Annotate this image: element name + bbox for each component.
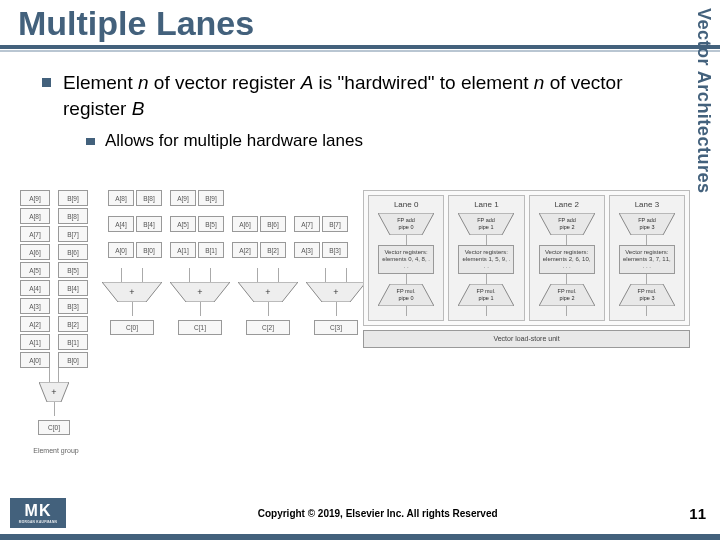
reg-cell: B[5] (198, 216, 224, 232)
fp-add-pipe: FP addpipe 0 (378, 213, 434, 235)
footer: MK MORGAN KAUFMANN Copyright © 2019, Els… (0, 498, 720, 528)
reg-cell: B[5] (58, 262, 88, 278)
reg-cell: B[8] (136, 190, 162, 206)
adder: + (102, 282, 162, 302)
reg-cell: A[9] (170, 190, 196, 206)
svg-text:FP mul.: FP mul. (637, 288, 656, 294)
adder-single: + (39, 382, 69, 402)
reg-cell: B[9] (198, 190, 224, 206)
adder-group: +C[0] (102, 268, 162, 335)
reg-cell: A[5] (20, 262, 50, 278)
fp-add-pipe: FP addpipe 2 (539, 213, 595, 235)
logo-text: MK (25, 502, 52, 520)
fp-add-pipe: FP addpipe 3 (619, 213, 675, 235)
lane-title: Lane 3 (635, 200, 659, 209)
lane: Lane 2FP addpipe 2Vector registers: elem… (529, 195, 605, 321)
lane: Lane 0FP addpipe 0Vector registers: elem… (368, 195, 444, 321)
t: Element (63, 72, 138, 93)
t-n: n (534, 72, 545, 93)
section-label: Vector Architectures (693, 8, 714, 193)
reg-cell: B[1] (198, 242, 224, 258)
reg-cell: A[9] (20, 190, 50, 206)
svg-text:FP add: FP add (558, 217, 576, 223)
copyright: Copyright © 2019, Elsevier Inc. All righ… (258, 508, 498, 519)
reg-cell: A[1] (20, 334, 50, 350)
adder-group: +C[3] (306, 268, 366, 335)
reg-cell: B[7] (58, 226, 88, 242)
reg-cell: A[5] (170, 216, 196, 232)
fp-mul-pipe: FP mul.pipe 1 (458, 284, 514, 306)
svg-text:FP add: FP add (478, 217, 496, 223)
load-store-unit: Vector load-store unit (363, 330, 690, 348)
lane-title: Lane 0 (394, 200, 418, 209)
reg-cell: B[7] (322, 216, 348, 232)
reg-cell: A[2] (232, 242, 258, 258)
fp-mul-pipe: FP mul.pipe 2 (539, 284, 595, 306)
svg-text:pipe 1: pipe 1 (479, 224, 494, 230)
pair-row: A[8]B[8]A[9]B[9] (108, 190, 366, 206)
adder: + (238, 282, 298, 302)
reg-cell: A[1] (170, 242, 196, 258)
pair-row: A[4]B[4]A[5]B[5]A[6]B[6]A[7]B[7] (108, 216, 366, 232)
result-cell: C[0] (110, 320, 154, 335)
element-group-label: Element group (33, 447, 79, 454)
pair-row: A[0]B[0]A[1]B[1]A[2]B[2]A[3]B[3] (108, 242, 366, 258)
reg-cell: B[8] (58, 208, 88, 224)
reg-cell: B[0] (136, 242, 162, 258)
right-figure: Lane 0FP addpipe 0Vector registers: elem… (363, 190, 690, 454)
svg-text:+: + (333, 287, 338, 297)
svg-text:FP mul.: FP mul. (477, 288, 496, 294)
svg-text:FP add: FP add (638, 217, 656, 223)
result-cell: C[2] (246, 320, 290, 335)
reg-cell: A[0] (20, 352, 50, 368)
t: is "hardwired" to element (313, 72, 533, 93)
lane: Lane 3FP addpipe 3Vector registers: elem… (609, 195, 685, 321)
reg-cell: A[2] (20, 316, 50, 332)
svg-text:pipe 2: pipe 2 (559, 295, 574, 301)
vector-register-block: Vector registers: elements 2, 6, 10, . .… (539, 245, 595, 274)
svg-text:FP add: FP add (397, 217, 415, 223)
lane-title: Lane 1 (474, 200, 498, 209)
vector-register-block: Vector registers: elements 0, 4, 8, . . … (378, 245, 434, 274)
reg-cell: A[7] (294, 216, 320, 232)
svg-text:FP mul.: FP mul. (557, 288, 576, 294)
reg-cell: A[8] (108, 190, 134, 206)
result-cell: C[3] (314, 320, 358, 335)
fp-mul-pipe: FP mul.pipe 0 (378, 284, 434, 306)
bullet-icon (86, 138, 95, 145)
reg-cell: B[4] (136, 216, 162, 232)
single-lane-registers: A[9]A[8]A[7]A[6]A[5]A[4]A[3]A[2]A[1]A[0]… (20, 190, 88, 368)
bullet-1-text: Element n of vector register A is "hardw… (63, 70, 670, 121)
reg-cell: A[8] (20, 208, 50, 224)
t-n: n (138, 72, 149, 93)
reg-cell: B[4] (58, 280, 88, 296)
publisher-logo: MK MORGAN KAUFMANN (10, 498, 66, 528)
reg-cell: B[0] (58, 352, 88, 368)
lanes-container: Lane 0FP addpipe 0Vector registers: elem… (363, 190, 690, 326)
t-b: B (132, 98, 145, 119)
svg-text:pipe 2: pipe 2 (559, 224, 574, 230)
reg-cell: B[3] (322, 242, 348, 258)
figures: A[9]A[8]A[7]A[6]A[5]A[4]A[3]A[2]A[1]A[0]… (20, 190, 690, 454)
reg-cell: A[4] (20, 280, 50, 296)
reg-cell: A[3] (20, 298, 50, 314)
reg-cell: B[6] (58, 244, 88, 260)
svg-text:pipe 1: pipe 1 (479, 295, 494, 301)
bullet-2-text: Allows for multiple hardware lanes (105, 131, 363, 151)
reg-cell: B[2] (58, 316, 88, 332)
reg-cell: B[1] (58, 334, 88, 350)
result-cell: C[1] (178, 320, 222, 335)
t: of vector register (149, 72, 301, 93)
reg-cell: A[0] (108, 242, 134, 258)
adder: + (170, 282, 230, 302)
svg-text:pipe 3: pipe 3 (639, 295, 654, 301)
page-title: Multiple Lanes (0, 0, 720, 45)
svg-text:pipe 0: pipe 0 (399, 224, 414, 230)
t-a: A (301, 72, 314, 93)
multi-lane-adders: +C[0]+C[1]+C[2]+C[3] (102, 268, 366, 335)
reg-cell: A[4] (108, 216, 134, 232)
slide: Multiple Lanes Vector Architectures Elem… (0, 0, 720, 540)
reg-cell: A[3] (294, 242, 320, 258)
reg-cell: B[6] (260, 216, 286, 232)
svg-text:pipe 0: pipe 0 (399, 295, 414, 301)
